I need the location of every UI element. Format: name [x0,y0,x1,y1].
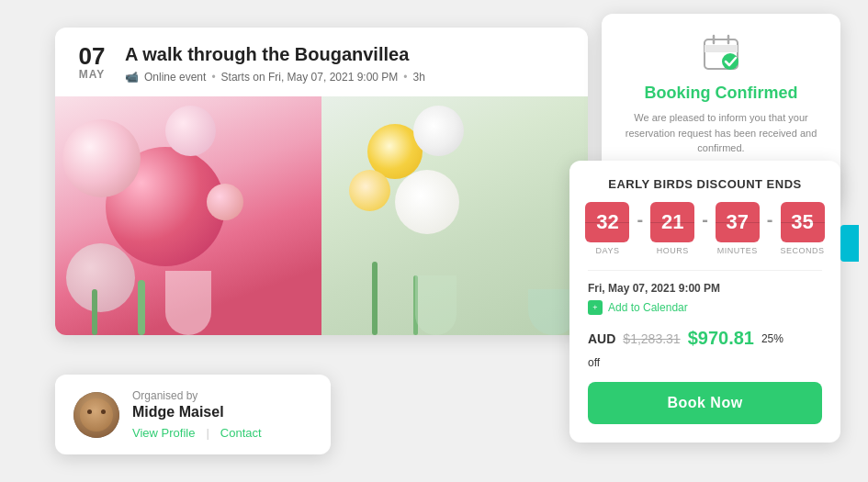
timer-hours: 21 HOURS [650,202,694,255]
book-now-button[interactable]: Book Now [588,382,822,424]
organizer-by-label: Organised by [132,389,312,402]
daffodil2 [349,170,390,211]
rose2 [62,119,141,197]
timer-minutes: 37 MINUTES [716,202,760,255]
minutes-value: 37 [716,202,760,242]
sep-2: - [702,202,708,255]
rose5 [207,184,243,220]
event-image [55,96,588,335]
vase-right [415,275,457,335]
event-meta: 📹 Online event • Starts on Fri, May 07, … [125,71,569,84]
event-datetime: Fri, May 07, 2021 9:00 PM [588,282,822,295]
stem2 [92,289,97,335]
flower-right [321,96,588,335]
days-label: DAYS [585,246,629,255]
online-event-icon: 📹 [125,71,139,84]
event-day: 07 [73,44,110,68]
svg-point-4 [722,53,738,70]
event-title: A walk through the Bouganvillea [125,44,569,65]
cal-icon: + [588,300,603,315]
organizer-card: Organised by Midge Maisel View Profile |… [55,375,331,454]
white-flower1 [413,106,464,156]
discount-pct: 25% [761,332,783,345]
booking-calendar-icon [699,32,743,76]
rose4 [165,106,216,156]
event-type: Online event [144,71,206,84]
hours-value: 21 [650,202,694,242]
hours-label: HOURS [650,246,694,255]
price-discounted: $970.81 [688,328,754,349]
off-label: off [588,356,822,369]
organizer-links: View Profile | Contact [132,426,312,440]
sep-1: - [637,202,643,255]
booking-title: Booking Confirmed [620,84,822,103]
countdown-timer: 32 DAYS - 21 HOURS - 37 MINUTES - 35 SEC… [588,202,822,255]
event-starts: Starts on Fri, May 07, 2021 9:00 PM [221,71,399,84]
contact-link[interactable]: Contact [220,426,262,440]
countdown-title: EARLY BIRDS DISCOUNT ENDS [588,177,822,191]
days-value: 32 [585,202,629,242]
event-header: 07 MAY A walk through the Bouganvillea 📹… [55,28,588,96]
booking-description: We are pleased to inform you that your r… [620,110,822,156]
event-date: 07 MAY [73,44,110,81]
links-divider: | [206,426,209,440]
teal-accent-bar [840,225,859,262]
event-card: 07 MAY A walk through the Bouganvillea 📹… [55,28,588,335]
timer-days: 32 DAYS [585,202,629,255]
flower-left [55,96,321,335]
minutes-label: MINUTES [716,246,760,255]
rose3 [66,243,135,312]
countdown-card: EARLY BIRDS DISCOUNT ENDS 32 DAYS - 21 H… [569,161,840,443]
stem3 [372,262,378,335]
organizer-info: Organised by Midge Maisel View Profile |… [132,389,312,440]
svg-rect-1 [705,45,738,52]
vase-left [165,271,211,335]
meta-dot-2: • [403,71,407,84]
organizer-name: Midge Maisel [132,404,312,420]
add-calendar-label: Add to Calendar [608,301,688,314]
view-profile-link[interactable]: View Profile [132,426,195,440]
price-original: $1,283.31 [623,331,680,346]
price-section: AUD $1,283.31 $970.81 25% off [588,328,822,369]
event-month: MAY [73,68,110,81]
white-flower2 [395,170,459,234]
sep-3: - [767,202,773,255]
currency: AUD [588,331,615,346]
stem1 [138,280,145,335]
seconds-value: 35 [781,202,825,242]
meta-dot-1: • [211,71,215,84]
countdown-divider [588,270,822,271]
add-to-calendar-link[interactable]: + Add to Calendar [588,300,822,315]
event-duration: 3h [413,71,425,84]
seconds-label: SECONDS [781,246,825,255]
timer-seconds: 35 SECONDS [781,202,825,255]
event-title-section: A walk through the Bouganvillea 📹 Online… [125,44,569,84]
organizer-avatar [73,392,119,438]
